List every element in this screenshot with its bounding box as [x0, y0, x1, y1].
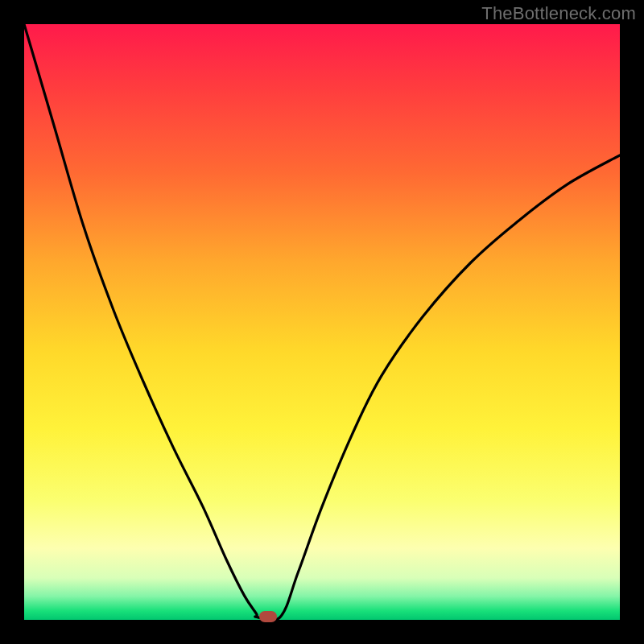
curve-path — [24, 24, 620, 620]
watermark-text: TheBottleneck.com — [481, 3, 636, 24]
plot-area — [24, 24, 620, 620]
chart-frame: TheBottleneck.com — [0, 0, 644, 644]
curve-svg — [24, 24, 620, 620]
highlight-marker — [259, 611, 277, 622]
